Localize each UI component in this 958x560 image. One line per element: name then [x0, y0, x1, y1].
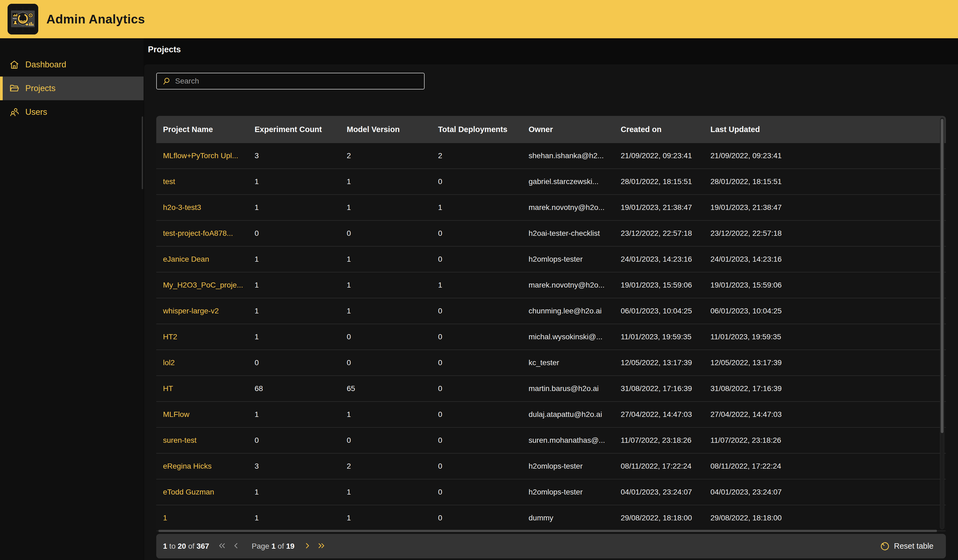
total-deployments-cell: 0 — [438, 384, 528, 393]
owner-cell: h2oai-tester-checklist — [528, 229, 621, 238]
table-row: eTodd Guzman 1 1 0 h2omlops-tester 04/01… — [156, 479, 946, 505]
page-indicator: Page 1 of 19 — [252, 542, 295, 550]
created-on-cell: 21/09/2022, 09:23:41 — [621, 151, 711, 160]
project-name-link[interactable]: My_H2O3_PoC_proje... — [163, 281, 255, 289]
created-on-cell: 19/01/2023, 15:59:06 — [621, 281, 711, 289]
vertical-scrollbar-thumb[interactable] — [941, 119, 944, 433]
project-name-link[interactable]: h2o-3-test3 — [163, 203, 255, 212]
search-box — [156, 73, 425, 89]
project-name-link[interactable]: whisper-large-v2 — [163, 307, 255, 315]
total-deployments-cell: 0 — [438, 333, 528, 341]
table-body: MLflow+PyTorch Upl... 3 2 2 shehan.ishan… — [156, 143, 946, 531]
project-name-link[interactable]: 1 — [163, 514, 255, 522]
created-on-cell: 12/05/2022, 13:17:39 — [621, 359, 711, 367]
created-on-cell: 29/08/2022, 18:18:00 — [621, 514, 711, 522]
column-header-last-updated[interactable]: Last Updated — [711, 125, 946, 134]
total-deployments-cell: 0 — [438, 177, 528, 186]
total-deployments-cell: 0 — [438, 255, 528, 263]
owner-cell: gabriel.starczewski... — [528, 177, 621, 186]
sidebar-scrollbar[interactable] — [142, 116, 143, 189]
model-version-cell: 1 — [347, 203, 438, 212]
model-version-cell: 2 — [347, 462, 438, 471]
table-row: eJanice Dean 1 1 0 h2omlops-tester 24/01… — [156, 247, 946, 273]
last-updated-cell: 23/12/2022, 22:57:18 — [711, 229, 946, 238]
experiment-count-cell: 1 — [255, 177, 347, 186]
owner-cell: marek.novotny@h2o... — [528, 203, 621, 212]
next-page-button[interactable] — [303, 541, 312, 551]
last-updated-cell: 24/01/2023, 14:23:16 — [711, 255, 946, 263]
experiment-count-cell: 3 — [255, 462, 347, 471]
reset-table-button[interactable]: Reset table — [880, 541, 934, 551]
column-header-experiment-count[interactable]: Experiment Count — [255, 125, 347, 134]
total-deployments-cell: 1 — [438, 281, 528, 289]
table-row: MLFlow 1 1 0 dulaj.atapattu@h2o.ai 27/04… — [156, 402, 946, 428]
project-name-link[interactable]: test-project-foA878... — [163, 229, 255, 238]
project-name-link[interactable]: eJanice Dean — [163, 255, 255, 263]
search-input[interactable] — [171, 73, 424, 89]
row-range-summary: 1 to 20 of 367 — [163, 542, 209, 550]
chevrons-left-icon — [217, 541, 227, 551]
project-name-link[interactable]: lol2 — [163, 359, 255, 367]
created-on-cell: 11/07/2022, 23:18:26 — [621, 436, 711, 445]
table-row: eRegina Hicks 3 2 0 h2omlops-tester 08/1… — [156, 454, 946, 479]
vertical-scrollbar-track[interactable] — [940, 117, 944, 529]
owner-cell: chunming.lee@h2o.ai — [528, 307, 621, 315]
sidebar-item-users[interactable]: Users — [0, 100, 144, 124]
sidebar: Dashboard Projects Users — [0, 38, 144, 560]
experiment-count-cell: 0 — [255, 229, 347, 238]
last-updated-cell: 04/01/2023, 23:24:07 — [711, 488, 946, 497]
created-on-cell: 08/11/2022, 17:22:24 — [621, 462, 711, 471]
previous-page-button[interactable] — [231, 541, 241, 551]
last-updated-cell: 21/09/2022, 09:23:41 — [711, 151, 946, 160]
project-name-link[interactable]: HT2 — [163, 333, 255, 341]
column-header-total-deployments[interactable]: Total Deployments — [438, 125, 528, 134]
total-deployments-cell: 0 — [438, 410, 528, 419]
users-icon — [9, 107, 19, 117]
sidebar-item-projects[interactable]: Projects — [0, 76, 144, 100]
table-row: suren-test 0 0 0 suren.mohanathas@... 11… — [156, 428, 946, 454]
column-header-model-version[interactable]: Model Version — [347, 125, 438, 134]
horizontal-scrollbar-thumb[interactable] — [159, 530, 937, 532]
last-updated-cell: 28/01/2022, 18:15:51 — [711, 177, 946, 186]
total-deployments-cell: 0 — [438, 514, 528, 522]
column-header-owner[interactable]: Owner — [528, 125, 621, 134]
project-name-link[interactable]: MLFlow — [163, 410, 255, 419]
first-page-button[interactable] — [217, 541, 227, 551]
project-name-link[interactable]: suren-test — [163, 436, 255, 445]
experiment-count-cell: 1 — [255, 333, 347, 341]
total-deployments-cell: 0 — [438, 359, 528, 367]
last-updated-cell: 11/07/2022, 23:18:26 — [711, 436, 946, 445]
sidebar-item-label: Projects — [25, 84, 56, 93]
sidebar-item-dashboard[interactable]: Dashboard — [0, 53, 144, 76]
column-header-created-on[interactable]: Created on — [621, 125, 711, 134]
table-row: test 1 1 0 gabriel.starczewski... 28/01/… — [156, 169, 946, 195]
experiment-count-cell: 1 — [255, 514, 347, 522]
owner-cell: suren.mohanathas@... — [528, 436, 621, 445]
experiment-count-cell: 1 — [255, 410, 347, 419]
project-name-link[interactable]: MLflow+PyTorch Upl... — [163, 151, 255, 160]
owner-cell: h2omlops-tester — [528, 488, 621, 497]
project-name-link[interactable]: test — [163, 177, 255, 186]
table-row: HT2 1 0 0 michal.wysokinski@... 11/01/20… — [156, 324, 946, 350]
total-deployments-cell: 1 — [438, 203, 528, 212]
reset-table-label: Reset table — [894, 542, 934, 550]
owner-cell: h2omlops-tester — [528, 462, 621, 471]
created-on-cell: 23/12/2022, 22:57:18 — [621, 229, 711, 238]
project-name-link[interactable]: HT — [163, 384, 255, 393]
model-version-cell: 0 — [347, 333, 438, 341]
last-page-button[interactable] — [317, 541, 326, 551]
table-row: lol2 0 0 0 kc_tester 12/05/2022, 13:17:3… — [156, 350, 946, 376]
table-header-row: Project Name Experiment Count Model Vers… — [156, 116, 946, 143]
experiment-count-cell: 1 — [255, 203, 347, 212]
model-version-cell: 0 — [347, 229, 438, 238]
model-version-cell: 2 — [347, 151, 438, 160]
pagination-footer: 1 to 20 of 367 Page 1 of 19 — [156, 534, 946, 558]
owner-cell: shehan.ishanka@h2... — [528, 151, 621, 160]
column-header-project-name[interactable]: Project Name — [163, 125, 255, 134]
total-deployments-cell: 2 — [438, 151, 528, 160]
created-on-cell: 11/01/2023, 19:59:35 — [621, 333, 711, 341]
page-title: Projects — [148, 45, 181, 54]
project-name-link[interactable]: eRegina Hicks — [163, 462, 255, 471]
model-version-cell: 65 — [347, 384, 438, 393]
project-name-link[interactable]: eTodd Guzman — [163, 488, 255, 497]
